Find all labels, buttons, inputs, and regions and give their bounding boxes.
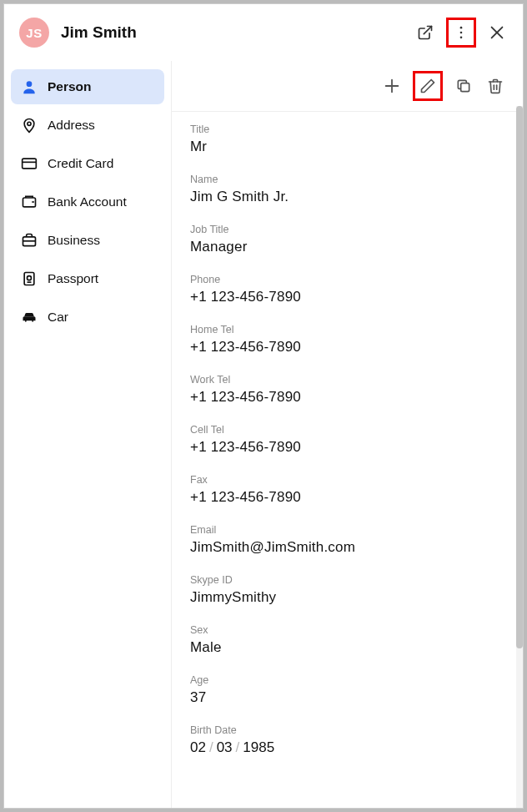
edit-icon[interactable] <box>417 75 439 97</box>
map-pin-icon <box>21 117 38 134</box>
sidebar-item-person[interactable]: Person <box>11 69 164 104</box>
field-value: 37 <box>190 689 504 706</box>
fields: TitleMr NameJim G Smith Jr. Job TitleMan… <box>172 112 523 774</box>
sidebar-item-label: Car <box>48 310 68 325</box>
birth-date-value: 02/03/1985 <box>190 739 504 756</box>
more-menu-highlight <box>446 18 476 48</box>
more-vertical-icon[interactable] <box>450 22 472 43</box>
add-icon[interactable] <box>381 75 403 97</box>
field-value: Mr <box>190 139 504 155</box>
field-label: Age <box>190 674 504 686</box>
sidebar-item-label: Passport <box>48 271 98 286</box>
field-label: Home Tel <box>190 324 504 335</box>
field-label: Cell Tel <box>190 424 504 436</box>
field-label: Work Tel <box>190 374 504 386</box>
svg-point-7 <box>28 122 31 125</box>
field-value: +1 123-456-7890 <box>190 489 504 506</box>
header: JS Jim Smith <box>4 4 523 61</box>
sidebar-item-car[interactable]: Car <box>11 300 164 335</box>
copy-icon[interactable] <box>453 75 474 97</box>
field-label: Sex <box>190 624 504 636</box>
field-value: +1 123-456-7890 <box>190 389 504 406</box>
field-value: +1 123-456-7890 <box>190 289 504 305</box>
field-label: Email <box>190 524 504 536</box>
wallet-icon <box>21 194 38 210</box>
sidebar-item-label: Business <box>48 233 100 248</box>
field-value: Jim G Smith Jr. <box>190 189 504 205</box>
field-label: Name <box>190 174 504 185</box>
field-value: +1 123-456-7890 <box>190 439 504 456</box>
field-value: Manager <box>190 239 504 255</box>
svg-point-3 <box>460 37 463 39</box>
svg-point-2 <box>460 32 463 34</box>
close-icon[interactable] <box>486 22 508 43</box>
scrollbar[interactable] <box>516 106 523 808</box>
sidebar-item-passport[interactable]: Passport <box>11 261 164 296</box>
briefcase-icon <box>21 232 38 249</box>
svg-point-6 <box>27 81 33 87</box>
page-title: Jim Smith <box>61 23 403 42</box>
svg-rect-13 <box>24 273 34 285</box>
avatar: JS <box>19 18 49 48</box>
field-label: Title <box>190 124 504 135</box>
svg-rect-8 <box>23 159 37 169</box>
field-value: +1 123-456-7890 <box>190 339 504 356</box>
car-icon <box>21 309 38 325</box>
sidebar-item-bank-account[interactable]: Bank Account <box>11 184 164 219</box>
sidebar-item-credit-card[interactable]: Credit Card <box>11 146 164 181</box>
trash-icon[interactable] <box>484 75 506 97</box>
field-value: JimmySmithy <box>190 589 504 606</box>
sidebar: Person Address Credit Card Bank Account <box>4 61 171 808</box>
edit-button-highlight <box>413 71 443 101</box>
svg-line-0 <box>424 27 431 34</box>
sidebar-item-address[interactable]: Address <box>11 108 164 143</box>
main-panel: TitleMr NameJim G Smith Jr. Job TitleMan… <box>171 61 523 808</box>
field-label: Birth Date <box>190 724 504 736</box>
open-external-icon[interactable] <box>414 22 436 43</box>
toolbar <box>172 61 523 112</box>
sidebar-item-label: Person <box>48 79 92 94</box>
person-icon <box>21 78 38 95</box>
field-label: Job Title <box>190 224 504 235</box>
sidebar-item-business[interactable]: Business <box>11 223 164 258</box>
sidebar-item-label: Bank Account <box>48 194 127 209</box>
svg-rect-18 <box>461 83 469 92</box>
field-label: Fax <box>190 474 504 486</box>
svg-point-14 <box>28 276 32 280</box>
sidebar-item-label: Credit Card <box>48 156 113 171</box>
field-label: Skype ID <box>190 574 504 586</box>
scrollbar-thumb[interactable] <box>516 106 523 648</box>
svg-point-1 <box>460 27 463 29</box>
field-value: JimSmith@JimSmith.com <box>190 539 504 556</box>
field-value: Male <box>190 639 504 656</box>
field-label: Phone <box>190 274 504 285</box>
sidebar-item-label: Address <box>48 118 95 133</box>
credit-card-icon <box>21 155 38 172</box>
passport-icon <box>21 270 38 287</box>
